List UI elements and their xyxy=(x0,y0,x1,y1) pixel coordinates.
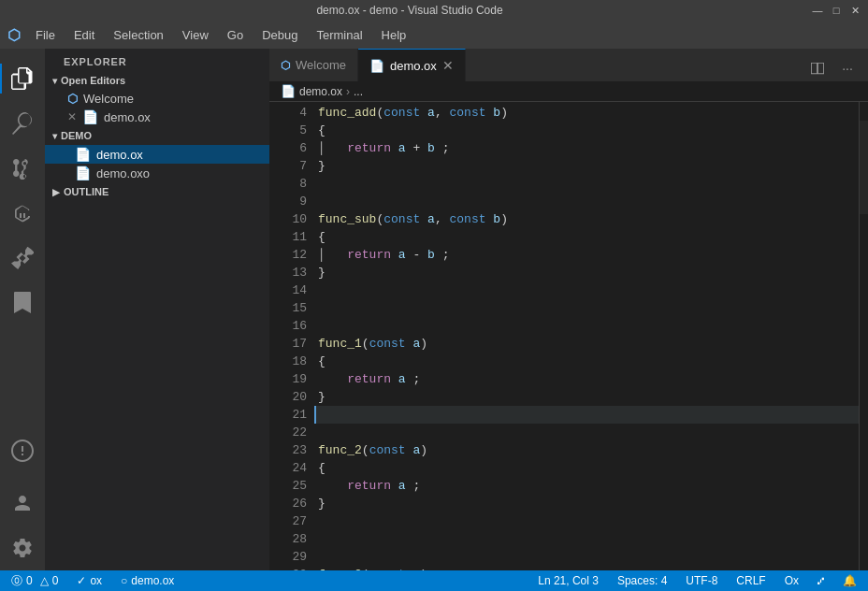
check-icon: ✓ xyxy=(77,574,86,587)
outline-section[interactable]: ▶ OUTLINE xyxy=(45,182,269,201)
activity-settings[interactable] xyxy=(0,526,45,570)
close-demoox-btn[interactable]: ✕ xyxy=(67,110,77,123)
more-actions-btn[interactable]: ··· xyxy=(834,55,861,81)
code-line-30[interactable]: func_3(const a) xyxy=(314,566,859,570)
activity-bar xyxy=(0,49,45,570)
maximize-button[interactable]: □ xyxy=(831,5,842,16)
language-label: Ox xyxy=(785,574,799,587)
tab-welcome[interactable]: ⬡ Welcome xyxy=(269,49,358,81)
tab-demoox-label: demo.ox xyxy=(390,59,437,73)
code-line-18[interactable]: { xyxy=(314,353,859,370)
code-line-10[interactable]: func_sub(const a, const b) xyxy=(314,210,859,228)
code-line-16[interactable] xyxy=(314,317,859,335)
minimap[interactable] xyxy=(859,102,868,570)
menubar: ⬡ File Edit Selection View Go Debug Term… xyxy=(0,21,868,49)
sidebar-content: ▾ Open Editors ⬡ Welcome ✕ ✕ 📄 demo.ox ▾… xyxy=(45,71,269,570)
code-line-7[interactable]: } xyxy=(314,157,859,175)
code-editor[interactable]: 4 5 6 7 8 9 10 11 12 13 14 15 16 17 18 1… xyxy=(269,102,868,570)
code-line-20[interactable]: } xyxy=(314,388,859,406)
code-line-22[interactable] xyxy=(314,424,859,441)
status-eol[interactable]: CRLF xyxy=(732,570,769,591)
code-line-15[interactable] xyxy=(314,299,859,317)
menu-view[interactable]: View xyxy=(175,24,216,46)
warning-icon: △ xyxy=(40,574,49,587)
demo-arrow: ▾ xyxy=(52,131,57,141)
activity-run-debug[interactable] xyxy=(0,191,45,236)
code-line-5[interactable]: { xyxy=(314,122,859,139)
tab-demoox-close[interactable]: ✕ xyxy=(442,58,454,73)
activity-search[interactable] xyxy=(0,101,45,146)
code-line-21[interactable] xyxy=(314,406,859,424)
status-bar-left: ⓪ 0 △ 0 ✓ ox ○ demo.ox xyxy=(7,570,178,591)
code-line-17[interactable]: func_1(const a) xyxy=(314,335,859,353)
code-content[interactable]: func_add(const a, const b) { │ return a … xyxy=(314,102,859,570)
menu-help[interactable]: Help xyxy=(374,24,414,46)
code-line-19[interactable]: return a ; xyxy=(314,370,859,388)
status-notifications[interactable]: 🔔 xyxy=(839,570,861,591)
sidebar-item-demooxo[interactable]: 📄 demo.oxo xyxy=(45,164,269,182)
demo-section[interactable]: ▾ DEMO xyxy=(45,126,269,145)
menu-selection[interactable]: Selection xyxy=(106,24,170,46)
code-line-9[interactable] xyxy=(314,193,859,210)
activity-remote[interactable] xyxy=(0,428,45,473)
code-line-13[interactable]: } xyxy=(314,264,859,281)
breadcrumb-file[interactable]: demo.ox xyxy=(299,85,342,98)
status-encoding[interactable]: UTF-8 xyxy=(682,570,721,591)
minimap-slider[interactable] xyxy=(860,121,868,214)
bell-icon: 🔔 xyxy=(843,574,857,587)
status-feedback[interactable]: ⑇ xyxy=(814,570,828,591)
status-demo-ox[interactable]: ○ demo.ox xyxy=(117,570,178,591)
tab-demoox[interactable]: 📄 demo.ox ✕ xyxy=(358,49,466,81)
status-errors[interactable]: ⓪ 0 △ 0 xyxy=(7,570,62,591)
status-bar: ⓪ 0 △ 0 ✓ ox ○ demo.ox Ln 21, Col 3 Spac… xyxy=(0,570,868,591)
code-line-6[interactable]: │ return a + b ; xyxy=(314,139,859,157)
breadcrumb-dots[interactable]: ... xyxy=(354,85,363,98)
demooxo-icon: 📄 xyxy=(75,166,91,180)
activity-bookmarks[interactable] xyxy=(0,281,45,325)
sidebar-item-welcome[interactable]: ⬡ Welcome ✕ xyxy=(45,90,269,108)
titlebar-title: demo.ox - demo - Visual Studio Code xyxy=(7,4,812,17)
sidebar-item-demoox-label: demo.ox xyxy=(96,148,143,162)
welcome-tab-icon: ⬡ xyxy=(281,59,290,72)
sidebar-item-demoox[interactable]: 📄 demo.ox xyxy=(45,145,269,164)
demoox-file-icon: 📄 xyxy=(82,109,98,124)
sidebar-item-demoox-open[interactable]: ✕ 📄 demo.ox xyxy=(45,108,269,126)
activity-source-control[interactable] xyxy=(0,146,45,191)
code-line-11[interactable]: { xyxy=(314,228,859,246)
minimize-button[interactable]: — xyxy=(812,5,823,16)
menu-file[interactable]: File xyxy=(28,24,63,46)
circle-icon: ○ xyxy=(121,574,127,587)
code-line-29[interactable] xyxy=(314,548,859,566)
activity-explorer[interactable] xyxy=(0,56,45,101)
menu-edit[interactable]: Edit xyxy=(66,24,102,46)
open-editors-section[interactable]: ▾ Open Editors xyxy=(45,71,269,90)
activity-account[interactable] xyxy=(0,481,45,526)
code-line-23[interactable]: func_2(const a) xyxy=(314,441,859,459)
status-spaces[interactable]: Spaces: 4 xyxy=(614,570,671,591)
menu-debug[interactable]: Debug xyxy=(254,24,305,46)
eol-label: CRLF xyxy=(736,574,765,587)
code-line-4[interactable]: func_add(const a, const b) xyxy=(314,104,859,122)
status-bar-right: Ln 21, Col 3 Spaces: 4 UTF-8 CRLF Ox ⑇ 🔔 xyxy=(534,570,861,591)
code-line-24[interactable]: { xyxy=(314,459,859,477)
code-line-12[interactable]: │ return a - b ; xyxy=(314,246,859,264)
feedback-icon: ⑇ xyxy=(817,574,824,587)
code-line-27[interactable] xyxy=(314,512,859,530)
code-line-8[interactable] xyxy=(314,175,859,193)
status-cursor[interactable]: Ln 21, Col 3 xyxy=(534,570,602,591)
status-language[interactable]: Ox xyxy=(781,570,803,591)
code-line-25[interactable]: return a ; xyxy=(314,477,859,495)
code-line-26[interactable]: } xyxy=(314,495,859,512)
activity-extensions[interactable] xyxy=(0,236,45,281)
code-line-28[interactable] xyxy=(314,530,859,548)
sidebar-header: Explorer xyxy=(45,49,269,71)
tab-actions: ··· xyxy=(804,55,868,81)
status-ox-check[interactable]: ✓ ox xyxy=(73,570,106,591)
main-layout: Explorer ▾ Open Editors ⬡ Welcome ✕ ✕ 📄 … xyxy=(0,49,868,570)
menu-go[interactable]: Go xyxy=(220,24,251,46)
split-editor-btn[interactable] xyxy=(804,55,831,81)
code-line-14[interactable] xyxy=(314,281,859,299)
menu-terminal[interactable]: Terminal xyxy=(309,24,369,46)
close-button[interactable]: ✕ xyxy=(849,5,861,16)
editor-container: ⬡ Welcome 📄 demo.ox ✕ ··· 📄 demo.ox › ..… xyxy=(269,49,868,570)
